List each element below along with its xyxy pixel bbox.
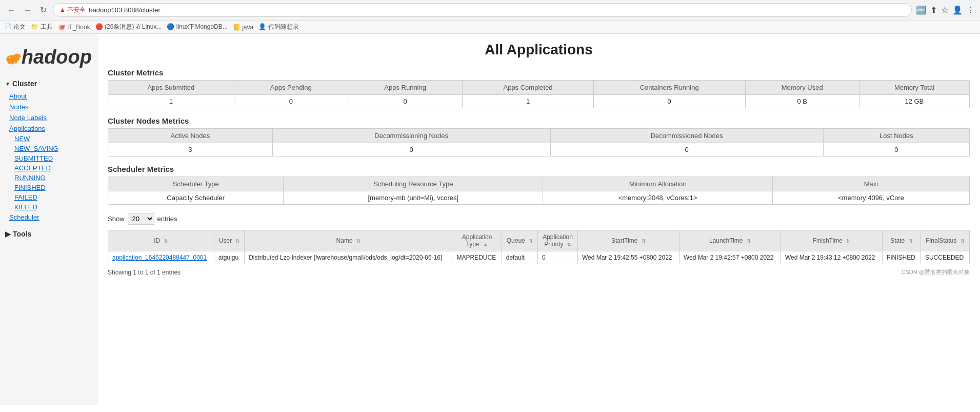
id-sort-icon: ⇅ <box>164 238 168 244</box>
th-user[interactable]: User ⇅ <box>214 230 244 251</box>
sidebar-item-about[interactable]: About <box>0 91 97 102</box>
val-scheduling-resource-type: [memory-mb (unit=Mi), vcores] <box>284 191 543 205</box>
col-scheduler-type: Scheduler Type <box>108 177 284 191</box>
bookmark-linux[interactable]: 🔴 (26条消息) 在Linux... <box>95 23 162 31</box>
bookmark-java[interactable]: 📒 java <box>233 24 253 31</box>
th-launch-time[interactable]: LaunchTime ⇅ <box>679 230 781 251</box>
val-maximum-allocation: <memory:4096, vCore <box>773 191 970 205</box>
val-containers-running: 0 <box>593 95 745 108</box>
bookmark-lunwen[interactable]: 📄 论文 <box>4 23 26 31</box>
launch-time-sort-icon: ⇅ <box>747 238 751 244</box>
entries-label: entries <box>157 215 177 223</box>
sidebar-item-new[interactable]: NEW <box>0 134 97 144</box>
sidebar-item-failed[interactable]: FAILED <box>0 192 97 202</box>
sidebar-tools-label: Tools <box>13 230 31 238</box>
th-id[interactable]: ID ⇅ <box>108 230 214 251</box>
user-sort-icon: ⇅ <box>235 238 239 244</box>
security-warning: ▲ 不安全 <box>59 6 86 14</box>
sidebar-item-accepted[interactable]: ACCEPTED <box>0 163 97 173</box>
cell-start-time: Wed Mar 2 19:42:55 +0800 2022 <box>577 251 679 264</box>
cluster-nodes-metrics-title: Cluster Nodes Metrics <box>108 116 970 125</box>
show-label: Show <box>108 215 125 223</box>
sidebar-item-applications[interactable]: Applications <box>0 123 97 134</box>
name-sort-icon: ⇅ <box>356 238 361 244</box>
showing-entries-text: Showing 1 to 1 of 1 entries <box>108 269 181 276</box>
state-sort-icon: ⇅ <box>909 238 913 244</box>
sidebar-item-node-labels[interactable]: Node Labels <box>0 112 97 123</box>
col-decommissioning-nodes: Decommissioning Nodes <box>272 129 550 143</box>
bookmark-tools[interactable]: 📁 工具 <box>31 23 52 31</box>
sidebar-item-new-saving[interactable]: NEW_SAVING <box>0 144 97 153</box>
applications-table: ID ⇅ User ⇅ Name ⇅ ApplicationType ▲ Que… <box>108 230 970 264</box>
cell-state: FINISHED <box>882 251 921 264</box>
finish-time-sort-icon: ⇅ <box>846 238 850 244</box>
th-app-type[interactable]: ApplicationType ▲ <box>452 230 502 251</box>
th-name[interactable]: Name ⇅ <box>245 230 452 251</box>
url-bar[interactable]: ▲ 不安全 hadoop103:8088/cluster <box>53 3 912 17</box>
page-title: All Applications <box>108 42 970 58</box>
cell-app-priority: 0 <box>538 251 578 264</box>
back-button[interactable]: ← <box>5 5 17 16</box>
tools-arrow-icon: ▶ <box>5 230 11 238</box>
th-finish-time[interactable]: FinishTime ⇅ <box>781 230 882 251</box>
sidebar-tools-section: ▶ Tools <box>0 227 97 241</box>
account-icon: 👤 <box>952 5 963 15</box>
menu-icon: ⋮ <box>967 5 975 15</box>
sidebar-cluster-label: Cluster <box>12 80 37 88</box>
sidebar-tools-header[interactable]: ▶ Tools <box>0 227 97 241</box>
app-container: hadoop ▼ Cluster About Nodes Node Labels… <box>0 34 980 405</box>
cell-finish-time: Wed Mar 2 19:43:12 +0800 2022 <box>781 251 882 264</box>
sidebar-item-finished[interactable]: FINISHED <box>0 183 97 192</box>
col-memory-used: Memory Used <box>745 81 859 95</box>
th-start-time[interactable]: StartTime ⇅ <box>577 230 679 251</box>
col-apps-completed: Apps Completed <box>463 81 593 95</box>
th-state[interactable]: State ⇅ <box>882 230 921 251</box>
val-apps-pending: 0 <box>234 95 348 108</box>
queue-sort-icon: ⇅ <box>529 238 533 244</box>
cluster-metrics-title: Cluster Metrics <box>108 68 970 77</box>
cell-app-type: MAPREDUCE <box>452 251 502 264</box>
cell-launch-time: Wed Mar 2 19:42:57 +0800 2022 <box>679 251 781 264</box>
col-containers-running: Containers Running <box>593 81 745 95</box>
th-app-priority[interactable]: ApplicationPriority ⇅ <box>538 230 578 251</box>
cell-user: atguigu <box>214 251 244 264</box>
col-scheduling-resource-type: Scheduling Resource Type <box>284 177 543 191</box>
svg-point-6 <box>9 57 10 58</box>
sidebar-item-running[interactable]: RUNNING <box>0 173 97 183</box>
bookmarks-bar: 📄 论文 📁 工具 🐙 IT_Book 🔴 (26条消息) 在Linux... … <box>0 21 980 34</box>
col-decommissioned-nodes: Decommissioned Nodes <box>550 129 823 143</box>
val-scheduler-type: Capacity Scheduler <box>108 191 284 205</box>
cell-final-status: SUCCEEDED <box>921 251 969 264</box>
csdn-watermark: CSDN @匿名类的匿名对象 <box>902 268 970 276</box>
col-memory-total: Memory Total <box>859 81 969 95</box>
bookmark-mongo[interactable]: 🔵 linux下MongoDB... <box>167 23 227 31</box>
bookmark-icon: ☆ <box>941 5 948 15</box>
app-id-link[interactable]: application_1646220488447_0001 <box>112 254 207 261</box>
cluster-metrics-table: Apps Submitted Apps Pending Apps Running… <box>108 80 970 108</box>
scheduler-metrics-title: Scheduler Metrics <box>108 165 970 173</box>
sidebar-cluster-section: ▼ Cluster About Nodes Node Labels Applic… <box>0 76 97 223</box>
bookmark-daima[interactable]: 👤 代码随想录 <box>258 23 298 31</box>
sidebar-item-killed[interactable]: KILLED <box>0 202 97 212</box>
hadoop-elephant-logo <box>5 43 22 71</box>
sidebar-item-nodes[interactable]: Nodes <box>0 102 97 112</box>
cell-name: Distributed Lzo Indexer [/warehouse/gmal… <box>245 251 452 264</box>
val-apps-completed: 1 <box>463 95 593 108</box>
col-maximum-allocation: Maxi <box>773 177 970 191</box>
val-memory-total: 12 GB <box>859 95 969 108</box>
th-final-status[interactable]: FinalStatus ⇅ <box>921 230 969 251</box>
forward-button[interactable]: → <box>22 5 34 16</box>
entries-select[interactable]: 10 20 25 50 100 <box>128 213 154 225</box>
table-row: application_1646220488447_0001 atguigu D… <box>108 251 970 264</box>
sidebar-cluster-header[interactable]: ▼ Cluster <box>0 76 97 91</box>
reload-button[interactable]: ↻ <box>38 4 49 16</box>
val-decommissioning-nodes: 0 <box>272 143 550 156</box>
sidebar-item-scheduler[interactable]: Scheduler <box>0 212 97 223</box>
main-content: All Applications Cluster Metrics Apps Su… <box>97 34 980 405</box>
th-queue[interactable]: Queue ⇅ <box>502 230 537 251</box>
browser-chrome: ← → ↻ ▲ 不安全 hadoop103:8088/cluster 🔤 ⬆ ☆… <box>0 0 980 21</box>
sidebar-item-submitted[interactable]: SUBMITTED <box>0 153 97 163</box>
bookmark-itbook[interactable]: 🐙 IT_Book <box>58 24 90 31</box>
show-entries-control: Show 10 20 25 50 100 entries <box>108 213 970 225</box>
col-minimum-allocation: Minimum Allocation <box>543 177 773 191</box>
